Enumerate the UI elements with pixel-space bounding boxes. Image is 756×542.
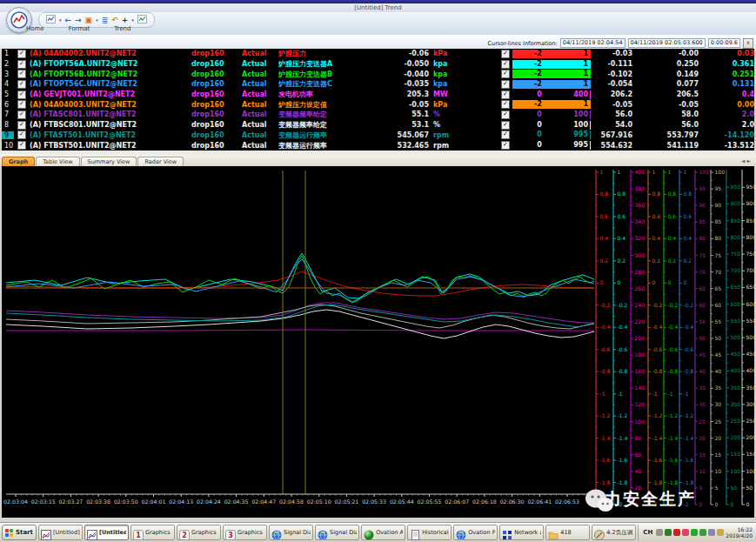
taskbar-item[interactable]: 2Graphics - -... [177,525,221,540]
dropdown-icon[interactable]: ▾ [59,16,62,24]
row-number[interactable]: 2 [2,60,14,68]
range-bar[interactable]: 0100 [512,121,591,130]
range-bar[interactable]: -21 [512,60,591,69]
taskbar-item[interactable]: Ovation Poin... [453,525,498,540]
taskbar-item[interactable]: Historical Re... [407,525,452,540]
row-checkbox[interactable]: ✓ [17,121,26,130]
range-bar[interactable]: -21 [512,100,591,109]
pen-description: 变频器频率给定 [278,120,394,130]
view-tab-graph[interactable]: Graph [2,157,35,166]
graphics-number-icon: 2 [179,527,190,538]
document-icon [410,527,420,538]
window-icon[interactable]: ▣ [85,16,93,24]
leaf-icon[interactable] [699,529,706,536]
row-checkbox[interactable]: ✓ [17,130,26,139]
green-shield-icon[interactable] [665,529,672,536]
view-tab-table-view[interactable]: Table View [36,157,79,166]
forward-icon[interactable]: → [75,16,82,24]
red-status-icon[interactable] [673,529,680,536]
taskbar-item[interactable]: 4.2负压调... [592,525,636,540]
range-bar[interactable]: 0400 [512,90,591,99]
taskbar-item[interactable]: Signal Diagra... [315,525,359,540]
language-indicator[interactable]: CH [641,528,654,537]
row-number[interactable]: 8 [2,121,14,129]
back-icon[interactable]: ← [65,16,72,24]
cursor-delta-value: 0.131 [699,80,754,88]
taskbar-item[interactable]: Network and... [499,525,544,540]
row-number[interactable]: 9 [2,131,14,139]
range-bar[interactable]: 0995 [512,141,591,150]
row-number[interactable]: 6 [2,101,14,109]
range-bar[interactable]: -21 [512,70,591,78]
row-number[interactable]: 10 [2,142,14,150]
range-bar[interactable]: 0100 [512,110,591,119]
scale-checkbox[interactable]: ✓ [501,100,510,109]
start-button[interactable]: Start [2,525,37,540]
view-tab-radar-view[interactable]: Radar View [137,157,184,166]
pen-description: 炉膛压力变送器C [278,79,394,89]
keyboard-icon[interactable] [656,529,663,536]
cursor-delta-field[interactable]: 0:00:09.6 [708,38,740,48]
taskbar-item[interactable]: 3Graphics - -... [223,525,267,540]
pink-status-icon[interactable] [682,529,689,536]
cursor2-time-field[interactable]: 04/11/2019 02:05:03.600 [628,38,706,48]
windows-flag-icon [5,529,13,537]
row-checkbox[interactable]: ✓ [17,70,26,78]
axis-tick-label: 450 [731,351,741,357]
taskbar-item[interactable]: [Untitled] T... [84,525,129,540]
row-checkbox[interactable]: ✓ [17,50,26,58]
ribbon-tab-trend[interactable]: Trend [110,24,134,33]
undo-icon[interactable]: ↶ [111,16,118,24]
axis-tick-label: 360 [635,202,646,208]
scale-checkbox[interactable]: ✓ [501,90,510,99]
details-icon[interactable]: ≣ [102,16,109,24]
range-min: -2 [512,60,542,69]
axis-tick-label: 0 [668,279,672,285]
scale-checkbox[interactable]: ✓ [501,60,510,69]
row-checkbox[interactable]: ✓ [17,110,26,119]
row-checkbox[interactable]: ✓ [17,90,26,99]
taskbar-item[interactable]: 1Graphics - -... [130,525,175,540]
cursor1-time-field[interactable]: 04/11/2019 02:04:54 [560,38,626,48]
scale-checkbox[interactable]: ✓ [501,50,510,58]
row-checkbox[interactable]: ✓ [17,80,26,89]
taskbar-item[interactable]: 418 [545,525,590,540]
row-checkbox[interactable]: ✓ [17,141,26,150]
pen-table: 1✓(A) 04A04002.UNIT2@NET2drop160Actual炉膛… [2,49,754,151]
taskbar-item[interactable]: Ovation Alar... [361,525,405,540]
axis-tick-label: 0.2 [668,258,677,264]
scale-checkbox[interactable]: ✓ [501,110,510,119]
scale-checkbox[interactable]: ✓ [501,130,510,139]
row-number[interactable]: 4 [2,80,14,88]
ribbon-tab-format[interactable]: Format [65,24,94,33]
ribbon-tab-home[interactable]: Home [23,24,48,33]
scale-checkbox[interactable]: ✓ [501,70,510,78]
taskbar-item[interactable]: Signal Diagra... [269,525,313,540]
row-number[interactable]: 1 [2,50,14,57]
axis-tick-label: 1 [668,169,672,175]
chip-icon[interactable] [717,529,724,536]
range-bar[interactable]: 0995 [512,130,591,139]
dropdown-icon[interactable]: ▾ [96,16,98,24]
flag-icon[interactable] [708,529,715,536]
scale-checkbox[interactable]: ✓ [501,141,510,150]
row-checkbox[interactable]: ✓ [17,100,26,109]
row-number[interactable]: 5 [2,90,14,98]
add-icon[interactable]: + [122,16,129,24]
row-number[interactable]: 3 [2,70,14,78]
green-status-icon[interactable] [691,529,698,536]
row-number[interactable]: 7 [2,110,14,118]
tab-scroll-arrows[interactable]: ◄ ► [741,157,751,164]
range-bar[interactable]: -21 [512,80,591,89]
range-bar[interactable]: -21 [512,50,591,58]
dropdown-icon[interactable]: ▾ [131,16,134,24]
taskbar-item[interactable]: [Untitled] Tr... [38,525,83,540]
axis-tick-label: 250 [746,418,756,424]
view-tab-summary-view[interactable]: Summary View [81,157,137,166]
scale-checkbox[interactable]: ✓ [501,121,510,130]
scale-checkbox[interactable]: ✓ [501,80,510,89]
row-checkbox[interactable]: ✓ [17,60,26,69]
cursor-info-close-button[interactable]: x [743,38,753,49]
sparkline-icon[interactable] [137,15,147,25]
trend-chart[interactable]: 02:03:0402:03:1502:03:2702:03:3802:03:50… [0,166,756,518]
